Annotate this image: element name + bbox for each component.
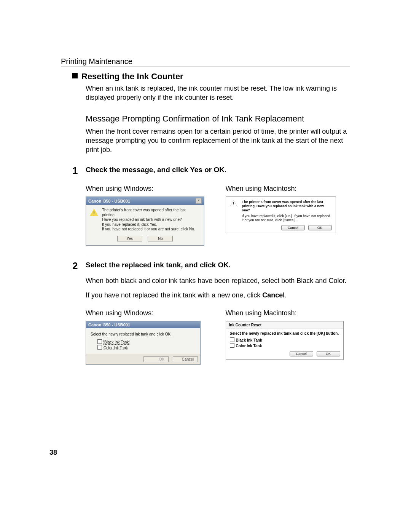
checkbox-icon[interactable] [230,337,234,342]
mac-confirm-dialog: The printer's front cover was opened aft… [226,197,336,233]
mac-select-title: Ink Counter Reset [226,321,343,329]
step-2-para2-post: . [285,291,287,299]
windows-confirm-dialog: Canon i350 - USB001 × The printer's fron… [86,197,204,246]
color-ink-label: Color Ink Tank [104,346,128,350]
black-ink-checkbox-row[interactable]: Black Ink Tank [230,337,339,342]
mac-msg-bold: The printer's front cover was opened aft… [242,200,332,212]
black-ink-label: Black Ink Tank [104,340,129,345]
windows-select-dialog: Canon i350 - USB001 Select the newly rep… [86,321,201,365]
color-ink-label: Color Ink Tank [236,344,262,348]
ok-button[interactable]: OK [143,356,169,362]
win-msg-line3: If you have replaced it, click Yes. [102,222,200,227]
win-msg-line4: If you have not replaced it or you are n… [102,227,200,232]
color-ink-checkbox-row[interactable]: Color Ink Tank [230,343,339,348]
windows-dialog-title: Canon i350 - USB001 [88,323,130,327]
windows-dialog-body: The printer's front cover was opened aft… [86,205,204,234]
square-bullet-icon [72,73,78,78]
step-2-title: Select the replaced ink tank, and click … [86,261,350,269]
step-2-para2-pre: If you have not replaced the ink tank wi… [86,291,262,299]
step-2-para2: If you have not replaced the ink tank wi… [86,291,350,300]
windows-dialog-message: The printer's front cover was opened aft… [102,208,200,232]
black-ink-label: Black Ink Tank [236,338,262,342]
cancel-button[interactable]: Cancel [281,225,305,230]
cancel-button[interactable]: Cancel [173,356,198,362]
no-button[interactable]: No [148,236,173,241]
close-icon[interactable]: × [196,198,202,204]
mac-dialog-buttons: Cancel OK [230,225,332,230]
step-1-title: Check the message, and click Yes or OK. [86,166,350,174]
mac-label: When using Macintosh: [226,309,350,317]
windows-titlebar: Canon i350 - USB001 [86,321,200,328]
step-1-columns: When using Windows: Canon i350 - USB001 … [86,185,350,246]
mac-select-body: Select the newly replaced ink tank and c… [226,329,343,350]
windows-select-body: Select the newly replaced ink tank and c… [86,328,200,354]
page: Printing Maintenance Resetting the Ink C… [0,0,411,479]
yes-button[interactable]: Yes [117,236,142,241]
step-2-windows-col: When using Windows: Canon i350 - USB001 … [86,309,210,365]
mac-dialog-top: The printer's front cover was opened aft… [230,200,332,222]
mac-select-dialog: Ink Counter Reset Select the newly repla… [226,321,344,360]
win-msg-line1: The printer's front cover was opened aft… [102,208,200,217]
mac-msg-reg: If you have replaced it, click [OK]. If … [242,214,332,222]
section-title: Resetting the Ink Counter [81,72,183,81]
windows-select-footer: OK Cancel [86,354,200,364]
subsection: Resetting the Ink Counter When an ink ta… [72,72,350,365]
warning-icon [90,208,98,232]
step-1-windows-col: When using Windows: Canon i350 - USB001 … [86,185,210,246]
step-1-mac-col: When using Macintosh: The printer's fron… [226,185,350,246]
message-paragraph: When the front cover remains open for a … [86,127,350,155]
step-number: 2 [72,261,86,271]
section-title-row: Resetting the Ink Counter [72,72,350,81]
intro-paragraph: When an ink tank is replaced, the ink co… [86,84,350,102]
checkbox-icon[interactable] [97,345,102,350]
mac-label: When using Macintosh: [226,185,350,193]
windows-titlebar: Canon i350 - USB001 × [86,197,204,205]
step-2-para2-bold: Cancel [262,291,285,299]
step-2-columns: When using Windows: Canon i350 - USB001 … [86,309,350,365]
mac-dialog-message: The printer's front cover was opened aft… [242,200,332,222]
color-ink-checkbox-row[interactable]: Color Ink Tank [97,345,196,350]
section-header: Printing Maintenance [61,57,350,67]
mac-select-instr: Select the newly replaced ink tank and c… [230,331,339,336]
windows-label: When using Windows: [86,309,210,317]
step-1-content: Check the message, and click Yes or OK. [86,166,350,181]
page-number: 38 [49,449,350,457]
warning-icon [230,200,238,222]
checkbox-icon[interactable] [230,343,234,348]
black-ink-checkbox-row[interactable]: Black Ink Tank [97,339,196,344]
step-2: 2 Select the replaced ink tank, and clic… [72,261,350,305]
step-2-content: Select the replaced ink tank, and click … [86,261,350,305]
step-2-mac-col: When using Macintosh: Ink Counter Reset … [226,309,350,365]
ok-button[interactable]: OK [317,351,340,356]
step-number: 1 [72,166,86,176]
windows-select-instr: Select the newly replaced ink tank and c… [91,332,196,336]
windows-label: When using Windows: [86,185,210,193]
mac-select-footer: Cancel OK [226,350,343,359]
step-1: 1 Check the message, and click Yes or OK… [72,166,350,181]
windows-dialog-buttons: Yes No [86,234,204,245]
ok-button[interactable]: OK [308,225,332,230]
message-heading: Message Prompting Confirmation of Ink Ta… [86,114,350,124]
checkbox-icon[interactable] [97,339,102,344]
step-2-para1: When both black and color ink tanks have… [86,276,350,285]
cancel-button[interactable]: Cancel [290,351,313,356]
windows-dialog-title: Canon i350 - USB001 [88,199,130,203]
win-msg-line2: Have you replaced an ink tank with a new… [102,217,200,222]
